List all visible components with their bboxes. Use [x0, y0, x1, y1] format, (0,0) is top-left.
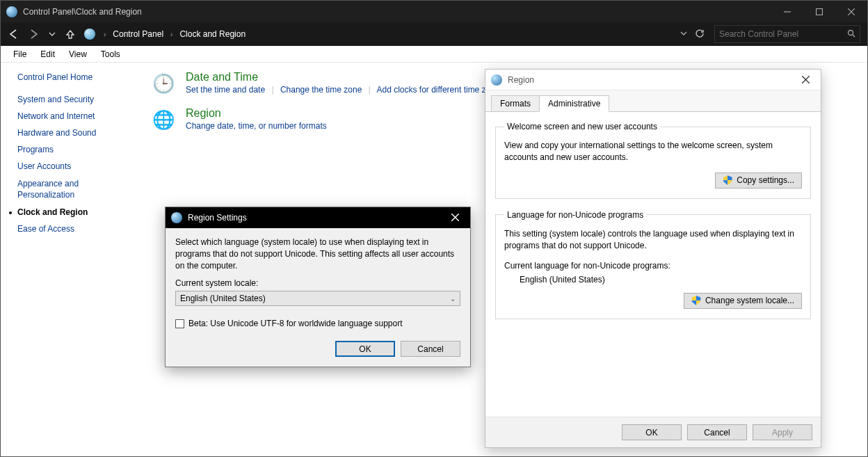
cancel-button[interactable]: Cancel [687, 424, 747, 440]
dialog-title: Region Settings [188, 213, 247, 223]
sidebar-item-system-security[interactable]: System and Security [17, 95, 133, 104]
globe-clock-icon: 🌐 [151, 107, 176, 132]
change-system-locale-button[interactable]: Change system locale... [684, 293, 802, 309]
close-button[interactable] [835, 1, 867, 22]
sidebar-item-hardware-sound[interactable]: Hardware and Sound [17, 128, 133, 138]
datetime-links: Set the time and date | Change the time … [186, 85, 504, 95]
sidebar-item-network-internet[interactable]: Network and Internet [17, 111, 133, 121]
refresh-button[interactable] [691, 29, 709, 40]
address-bar: › Control Panel › Clock and Region [1, 22, 867, 46]
dialog-titlebar[interactable]: Region Settings [166, 207, 470, 228]
window-title: Control Panel\Clock and Region [23, 7, 142, 17]
category-title-region[interactable]: Region [186, 107, 327, 120]
ok-button[interactable]: OK [335, 341, 395, 357]
dialog-description: Select which language (system locale) to… [175, 236, 460, 271]
chevron-down-icon: ⌄ [450, 295, 456, 303]
link-change-formats[interactable]: Change date, time, or number formats [186, 121, 327, 131]
locale-value: English (United States) [180, 294, 266, 303]
chevron-right-icon[interactable]: › [101, 31, 108, 38]
copy-settings-label: Copy settings... [737, 175, 794, 185]
sidebar-item-ease-of-access[interactable]: Ease of Access [17, 224, 133, 234]
control-panel-icon [84, 29, 95, 40]
sidebar-item-user-accounts[interactable]: User Accounts [17, 161, 133, 171]
region-settings-dialog: Region Settings Select which language (s… [165, 207, 471, 367]
chevron-right-icon[interactable]: › [168, 31, 175, 38]
utf8-beta-label: Beta: Use Unicode UTF-8 for worldwide la… [188, 319, 403, 328]
menu-tools[interactable]: Tools [94, 47, 127, 61]
group-welcome-screen: Welcome screen and new user accounts Vie… [495, 122, 811, 199]
up-button[interactable] [61, 24, 80, 44]
current-language-value: English (United States) [520, 275, 802, 284]
control-panel-home-link[interactable]: Control Panel Home [17, 72, 133, 82]
sidebar-item-appearance[interactable]: Appearance and Personalization [17, 178, 133, 200]
copy-settings-button[interactable]: Copy settings... [715, 173, 802, 189]
clock-icon: 🕒 [151, 71, 176, 96]
menu-edit[interactable]: Edit [33, 47, 62, 61]
tab-administrative[interactable]: Administrative [539, 95, 609, 112]
globe-icon [171, 212, 182, 223]
globe-icon [491, 74, 502, 86]
region-window: Region Formats Administrative Welcome sc… [485, 69, 821, 448]
group-legend-non-unicode: Language for non-Unicode programs [504, 210, 646, 220]
locale-label: Current system locale: [175, 278, 460, 288]
cancel-button[interactable]: Cancel [401, 341, 460, 357]
close-button[interactable] [790, 74, 821, 86]
ok-button[interactable]: OK [622, 424, 682, 440]
titlebar: Control Panel\Clock and Region [1, 1, 867, 22]
apply-button[interactable]: Apply [753, 424, 812, 440]
svg-point-1 [849, 30, 853, 35]
address-dropdown-button[interactable] [677, 30, 691, 38]
dialog-footer: OK Cancel Apply [485, 417, 821, 447]
back-button[interactable] [3, 24, 23, 44]
sidebar-item-clock-region[interactable]: Clock and Region [17, 207, 133, 217]
non-unicode-text: This setting (system locale) controls th… [504, 228, 802, 252]
tab-formats[interactable]: Formats [491, 95, 540, 111]
breadcrumb-segment[interactable]: Clock and Region [178, 28, 247, 40]
uac-shield-icon [691, 296, 701, 305]
window-title: Region [508, 75, 534, 85]
category-title-datetime[interactable]: Date and Time [186, 71, 504, 83]
link-set-time-date[interactable]: Set the time and date [186, 85, 265, 95]
search-box[interactable] [714, 25, 860, 43]
app-icon [6, 6, 17, 17]
welcome-text: View and copy your international setting… [504, 140, 802, 164]
minimize-button[interactable] [771, 1, 803, 22]
forward-button[interactable] [24, 24, 44, 44]
menu-strip: File Edit View Tools [1, 46, 867, 63]
window-titlebar[interactable]: Region [485, 70, 821, 90]
search-input[interactable] [719, 29, 844, 39]
close-button[interactable] [440, 213, 470, 223]
uac-shield-icon [723, 175, 732, 185]
link-change-time-zone[interactable]: Change the time zone [280, 85, 362, 95]
search-icon[interactable] [847, 29, 855, 40]
sidebar-item-programs[interactable]: Programs [17, 145, 133, 154]
utf8-beta-checkbox[interactable] [175, 319, 184, 328]
group-legend-welcome: Welcome screen and new user accounts [504, 122, 660, 131]
group-non-unicode: Language for non-Unicode programs This s… [495, 210, 811, 319]
recent-locations-button[interactable] [45, 24, 59, 44]
breadcrumb-segment[interactable]: Control Panel [111, 28, 165, 40]
menu-view[interactable]: View [62, 47, 94, 61]
current-language-label: Current language for non-Unicode program… [504, 261, 802, 271]
maximize-button[interactable] [803, 1, 835, 22]
svg-rect-0 [817, 8, 823, 15]
sidebar: Control Panel Home System and Security N… [1, 63, 140, 456]
tab-strip: Formats Administrative [485, 90, 821, 111]
menu-file[interactable]: File [6, 47, 33, 61]
change-locale-label: Change system locale... [705, 296, 794, 305]
system-locale-dropdown[interactable]: English (United States) ⌄ [175, 291, 460, 306]
